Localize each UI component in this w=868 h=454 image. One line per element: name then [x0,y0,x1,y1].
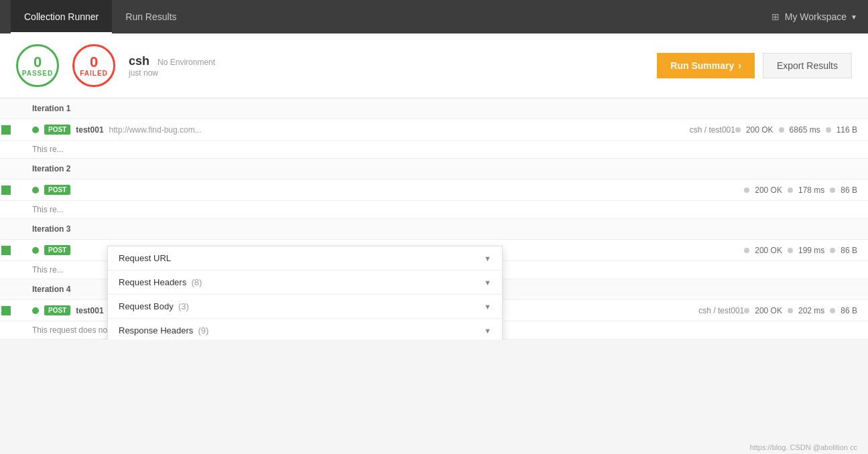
status-indicator-green [1,306,11,315]
request-stats: 200 OK 178 ms 86 B [744,185,857,195]
run-summary-label: Run Summary [670,60,734,71]
summary-bar: 0 PASSED 0 FAILED csh No Environment jus… [0,33,868,98]
run-summary-button[interactable]: Run Summary › [657,53,755,78]
iteration-1-label: Iteration 1 [32,104,70,113]
passed-count: 0 [34,55,42,70]
tab-collection-runner-label: Collection Runner [24,11,99,22]
iteration-3-label: Iteration 3 [32,224,70,234]
row-indicator-green [32,247,39,254]
request-path: csh / test001 [698,306,744,315]
workspace-icon: ⊞ [771,11,780,22]
environment-label: No Environment [158,58,215,67]
failed-label: FAILED [80,70,108,77]
chevron-down-icon: ▼ [851,13,857,21]
dropdown-panel: Request URL ▼ Request Headers (8) ▼ Requ… [107,246,503,339]
request-name: test001 [76,306,103,315]
tab-run-results-label: Run Results [125,11,176,22]
dropdown-label: Response Headers (9) [119,325,208,335]
request-path: csh / test001 [690,125,735,135]
failed-count: 0 [90,55,98,70]
dropdown-item-request-headers[interactable]: Request Headers (8) ▼ [108,271,502,295]
sub-message-text: This re... [32,265,64,275]
status-indicator-green [1,246,11,255]
stat-dot [826,127,831,133]
status-indicator-green [1,185,11,195]
tab-collection-runner[interactable]: Collection Runner [11,0,112,33]
collection-name: csh [129,54,149,68]
response-time: 199 ms [798,246,824,255]
chevron-right-icon: › [738,60,741,71]
response-size: 86 B [841,185,857,195]
table-row[interactable]: POST 200 OK 178 ms 86 B [0,179,868,201]
row-indicator-green [32,187,39,194]
stat-dot [735,127,741,133]
status-text: 200 OK [746,125,773,135]
status-text: 200 OK [755,306,782,315]
row-indicator-green [32,307,39,314]
side-indicator [0,179,12,200]
workspace-selector[interactable]: ⊞ My Workspace ▼ [771,11,857,22]
iteration-2-label: Iteration 2 [32,164,70,173]
method-badge: POST [44,245,70,255]
stat-dot [779,127,784,133]
summary-actions: Run Summary › Export Results [657,53,852,78]
response-time: 178 ms [798,185,824,195]
stat-dot [788,248,793,253]
sub-message-row: This re... [0,141,868,159]
row-indicator-green [32,127,39,133]
run-time: just now [129,68,215,78]
method-badge: POST [44,185,70,195]
chevron-down-icon: ▼ [484,279,491,287]
failed-badge: 0 FAILED [72,44,115,87]
table-row[interactable]: POST test001 http://www.find-bug.com... … [0,119,868,141]
chevron-down-icon: ▼ [484,254,491,262]
stat-dot [744,308,749,313]
dropdown-item-request-body[interactable]: Request Body (3) ▼ [108,295,502,319]
response-time: 6865 ms [790,125,820,135]
response-time: 202 ms [798,306,824,315]
method-badge: POST [44,125,70,135]
collection-info: csh No Environment just now [129,54,215,78]
status-indicator-green [1,125,11,135]
export-results-label: Export Results [777,60,838,71]
export-results-button[interactable]: Export Results [763,53,852,78]
side-indicator [0,300,12,321]
request-name: test001 [76,125,103,135]
dropdown-label: Request Body (3) [119,301,189,311]
sub-message-text: This re... [32,205,64,214]
response-size: 86 B [841,246,857,255]
stat-dot [788,187,793,193]
stat-dot [830,187,835,193]
request-stats: 200 OK 202 ms 86 B [744,306,857,315]
dropdown-item-request-url[interactable]: Request URL ▼ [108,246,502,271]
count-label: (8) [191,277,202,287]
chevron-down-icon: ▼ [484,327,491,335]
passed-badge: 0 PASSED [16,44,59,87]
dropdown-label: Request Headers (8) [119,277,202,287]
passed-label: PASSED [22,70,53,77]
request-url: http://www.find-bug.com... [109,125,690,135]
iteration-4-label: Iteration 4 [32,285,70,294]
method-badge: POST [44,305,70,315]
count-label: (3) [178,301,189,311]
stat-dot [788,308,793,313]
side-indicator [0,119,12,140]
status-text: 200 OK [755,185,782,195]
iteration-3-header: Iteration 3 [0,219,868,240]
status-text: 200 OK [755,246,782,255]
request-stats: 200 OK 199 ms 86 B [744,246,857,255]
iteration-2-header: Iteration 2 [0,159,868,179]
stat-dot [830,308,835,313]
dropdown-label: Request URL [119,253,171,263]
sub-message-text: This re... [32,145,64,154]
count-label: (9) [198,325,209,335]
stat-dot [744,248,749,253]
request-stats: 200 OK 6865 ms 116 B [735,125,857,135]
app-header: Collection Runner Run Results ⊞ My Works… [0,0,868,33]
tab-run-results[interactable]: Run Results [112,0,190,33]
response-size: 116 B [836,125,857,135]
stat-dot [830,248,835,253]
workspace-label: My Workspace [785,11,847,22]
main-content: Iteration 1 POST test001 http://www.find… [0,98,868,339]
dropdown-item-response-headers[interactable]: Response Headers (9) ▼ [108,319,502,339]
